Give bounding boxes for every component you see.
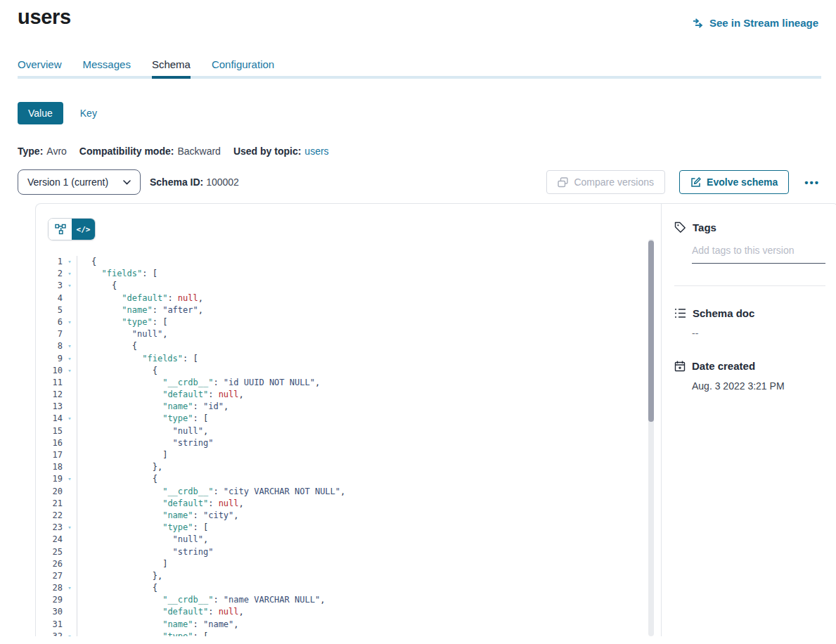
fold-spacer	[63, 437, 77, 449]
line-number: 22	[36, 510, 63, 522]
code-view-button[interactable]: </>	[72, 219, 95, 240]
code-text: "fields": [	[77, 353, 661, 365]
code-line: 28▾ {	[36, 582, 661, 594]
code-line: 7 "null",	[36, 328, 661, 340]
line-number: 31	[36, 619, 63, 631]
fold-spacer	[63, 534, 77, 546]
version-select-value: Version 1 (current)	[27, 176, 108, 188]
schema-doc-value: --	[692, 328, 825, 339]
code-line: 9▾ "fields": [	[36, 353, 661, 365]
key-tab-button[interactable]: Key	[80, 108, 97, 119]
tags-input[interactable]	[692, 245, 825, 264]
code-text: {	[77, 340, 661, 352]
fold-toggle-icon[interactable]: ▾	[63, 316, 77, 328]
code-line: 12 "default": null,	[36, 389, 661, 401]
tree-view-icon	[55, 224, 66, 235]
tab-messages[interactable]: Messages	[83, 58, 131, 79]
date-created-value: Aug. 3 2022 3:21 PM	[692, 380, 825, 392]
line-number: 17	[36, 449, 63, 461]
fold-toggle-icon[interactable]: ▾	[63, 268, 77, 280]
line-number: 11	[36, 377, 63, 389]
line-number: 28	[36, 582, 63, 594]
fold-spacer	[63, 304, 77, 316]
version-select[interactable]: Version 1 (current)	[18, 169, 141, 195]
controls-right: Compare versions Evolve schema •••	[546, 170, 821, 194]
code-line: 14▾ "type": [	[36, 413, 661, 425]
fold-toggle-icon[interactable]: ▾	[63, 340, 77, 352]
fold-toggle-icon[interactable]: ▾	[63, 522, 77, 534]
fold-toggle-icon[interactable]: ▾	[63, 631, 77, 636]
tab-bar: Overview Messages Schema Configuration	[18, 58, 821, 79]
fold-spacer	[63, 401, 77, 413]
fold-toggle-icon[interactable]: ▾	[63, 353, 77, 365]
schema-sidebar: Tags Schema doc --	[661, 204, 836, 636]
tab-configuration[interactable]: Configuration	[212, 58, 274, 79]
line-number: 3	[36, 280, 63, 292]
line-number: 20	[36, 486, 63, 498]
code-line: 19▾ {	[36, 473, 661, 485]
line-number: 26	[36, 558, 63, 570]
line-number: 25	[36, 546, 63, 558]
code-text: {	[77, 280, 661, 292]
line-number: 12	[36, 389, 63, 401]
fold-spacer	[63, 570, 77, 582]
more-options-button[interactable]: •••	[803, 174, 821, 191]
evolve-schema-icon	[690, 177, 701, 188]
code-text: "type": [	[77, 316, 661, 328]
tab-schema[interactable]: Schema	[152, 58, 191, 79]
line-number: 15	[36, 425, 63, 437]
code-text: "name": "id",	[77, 401, 661, 413]
code-line: 23▾ "type": [	[36, 522, 661, 534]
editor-scrollbar-thumb[interactable]	[648, 240, 654, 422]
schema-id-label: Schema ID:	[150, 176, 203, 188]
fold-toggle-icon[interactable]: ▾	[63, 582, 77, 594]
fold-spacer	[63, 498, 77, 510]
evolve-schema-button[interactable]: Evolve schema	[679, 170, 789, 194]
evolve-schema-label: Evolve schema	[707, 176, 778, 188]
code-text: ]	[77, 449, 661, 461]
page: users See in Stream lineage Overview Mes…	[0, 6, 836, 636]
fold-toggle-icon[interactable]: ▾	[63, 365, 77, 377]
fold-spacer	[63, 558, 77, 570]
code-line: 21 "default": null,	[36, 498, 661, 510]
compare-versions-button[interactable]: Compare versions	[546, 170, 665, 194]
fold-spacer	[63, 461, 77, 473]
schema-meta: Type:Avro Compatibility mode:Backward Us…	[18, 146, 821, 157]
date-created-section: Date created Aug. 3 2022 3:21 PM	[674, 360, 825, 392]
fold-toggle-icon[interactable]: ▾	[63, 413, 77, 425]
editor-scrollbar-track[interactable]	[648, 239, 654, 636]
code-text: "null",	[77, 425, 661, 437]
tab-overview[interactable]: Overview	[18, 58, 62, 79]
code-line: 20 "__crdb__": "city VARCHAR NOT NULL",	[36, 486, 661, 498]
fold-spacer	[63, 510, 77, 522]
code-text: "null",	[77, 328, 661, 340]
code-text: "__crdb__": "id UUID NOT NULL",	[77, 377, 661, 389]
schema-doc-title: Schema doc	[674, 307, 825, 319]
schema-code-editor[interactable]: </> 1▾{2▾ "fields": [3▾ {4 "default": nu…	[36, 204, 661, 636]
topic-link[interactable]: users	[304, 146, 328, 157]
compare-versions-icon	[558, 177, 568, 188]
stream-lineage-link[interactable]: See in Stream lineage	[693, 17, 818, 29]
fold-toggle-icon[interactable]: ▾	[63, 280, 77, 292]
meta-compatibility: Compatibility mode:Backward	[79, 146, 221, 157]
schema-controls: Version 1 (current) Schema ID: 100002 Co…	[18, 169, 821, 195]
tags-section-title: Tags	[674, 221, 825, 233]
value-tab-button[interactable]: Value	[18, 102, 63, 124]
value-key-toggle: Value Key	[18, 102, 821, 124]
schema-id-value: 100002	[206, 176, 239, 188]
code-text: "default": null,	[77, 389, 661, 401]
line-number: 29	[36, 594, 63, 606]
tree-view-button[interactable]	[49, 219, 72, 240]
fold-toggle-icon[interactable]: ▾	[63, 256, 77, 268]
line-number: 9	[36, 353, 63, 365]
fold-spacer	[63, 594, 77, 606]
code-line: 2▾ "fields": [	[36, 268, 661, 280]
tag-icon	[674, 221, 686, 233]
code-line: 32▾ "type": [	[36, 631, 661, 636]
fold-toggle-icon[interactable]: ▾	[63, 473, 77, 485]
code-text: "default": null,	[77, 606, 661, 618]
fold-spacer	[63, 449, 77, 461]
date-created-title-label: Date created	[692, 360, 755, 372]
line-number: 10	[36, 365, 63, 377]
line-number: 5	[36, 304, 63, 316]
